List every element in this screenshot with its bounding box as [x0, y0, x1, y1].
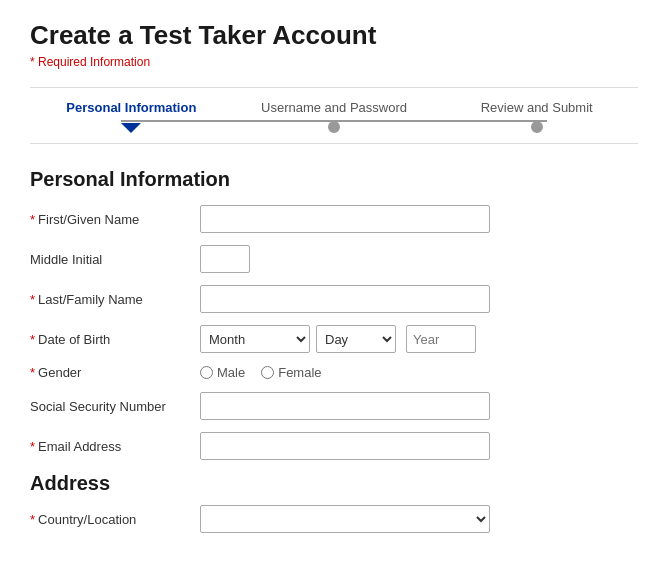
- middle-initial-label: Middle Initial: [30, 252, 200, 267]
- middle-initial-input[interactable]: [200, 245, 250, 273]
- gender-female-label: Female: [278, 365, 321, 380]
- dob-day-select[interactable]: Day for(let i=1;i<=31;i++) document.writ…: [316, 325, 396, 353]
- step-review-label: Review and Submit: [481, 100, 593, 115]
- ssn-label: Social Security Number: [30, 399, 200, 414]
- step-username-dot: [328, 121, 340, 133]
- gender-male-label: Male: [217, 365, 245, 380]
- stepper-items: Personal Information Username and Passwo…: [30, 100, 638, 133]
- country-row: *Country/Location United States Canada U…: [30, 505, 638, 533]
- dob-required-star: *: [30, 332, 35, 347]
- last-name-required-star: *: [30, 292, 35, 307]
- ssn-row: Social Security Number: [30, 392, 638, 420]
- gender-label: *Gender: [30, 365, 200, 380]
- first-name-row: *First/Given Name: [30, 205, 638, 233]
- country-required-star: *: [30, 512, 35, 527]
- gender-row: *Gender Male Female: [30, 365, 638, 380]
- dob-group: Month January February March April May J…: [200, 325, 476, 353]
- ssn-input[interactable]: [200, 392, 490, 420]
- step-username-label: Username and Password: [261, 100, 407, 115]
- email-label: *Email Address: [30, 439, 200, 454]
- dob-month-select[interactable]: Month January February March April May J…: [200, 325, 310, 353]
- middle-initial-row: Middle Initial: [30, 245, 638, 273]
- first-name-input[interactable]: [200, 205, 490, 233]
- gender-required-star: *: [30, 365, 35, 380]
- step-review[interactable]: Review and Submit: [435, 100, 638, 133]
- last-name-input[interactable]: [200, 285, 490, 313]
- email-row: *Email Address: [30, 432, 638, 460]
- gender-female-option[interactable]: Female: [261, 365, 321, 380]
- first-name-required-star: *: [30, 212, 35, 227]
- last-name-label: *Last/Family Name: [30, 292, 200, 307]
- dob-row: *Date of Birth Month January February Ma…: [30, 325, 638, 353]
- email-input[interactable]: [200, 432, 490, 460]
- gender-male-radio[interactable]: [200, 366, 213, 379]
- gender-male-option[interactable]: Male: [200, 365, 245, 380]
- gender-female-radio[interactable]: [261, 366, 274, 379]
- last-name-row: *Last/Family Name: [30, 285, 638, 313]
- step-personal-label: Personal Information: [66, 100, 196, 115]
- stepper: Personal Information Username and Passwo…: [30, 87, 638, 144]
- step-personal-arrow: [121, 123, 141, 133]
- page-title: Create a Test Taker Account: [30, 20, 638, 51]
- step-personal[interactable]: Personal Information: [30, 100, 233, 133]
- address-section-title: Address: [30, 472, 638, 495]
- personal-section-title: Personal Information: [30, 168, 638, 191]
- gender-radio-group: Male Female: [200, 365, 322, 380]
- step-review-dot: [531, 121, 543, 133]
- first-name-label: *First/Given Name: [30, 212, 200, 227]
- step-username[interactable]: Username and Password: [233, 100, 436, 133]
- dob-year-input[interactable]: [406, 325, 476, 353]
- country-label: *Country/Location: [30, 512, 200, 527]
- email-required-star: *: [30, 439, 35, 454]
- country-select[interactable]: United States Canada United Kingdom Aust…: [200, 505, 490, 533]
- dob-label: *Date of Birth: [30, 332, 200, 347]
- required-note: * Required Information: [30, 55, 638, 69]
